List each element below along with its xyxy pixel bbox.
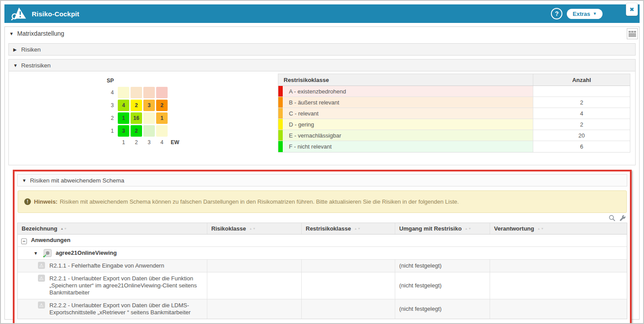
highlighted-section-red-border: ▼ Risiken mit abweichendem Schema ! Hinw… [13,170,632,324]
matrix-cell[interactable]: 2 [131,125,142,137]
risk-row[interactable]: ⚠ R2.2.1 - Unerlaubter Export von Daten … [18,272,627,299]
restrisikoklasse-value [301,299,395,319]
matrix-cell[interactable]: 2 [156,100,168,111]
table-row: A - existenzbedrohend [278,86,630,97]
collapse-minus-icon[interactable]: − [21,238,27,244]
section-header-abweichendes-schema[interactable]: ▼ Risiken mit abweichendem Schema [17,174,627,186]
section-header-matrixdarstellung[interactable]: ▼ Matrixdarstellung [5,27,625,40]
collapse-triangle-icon[interactable]: ▼ [34,251,38,256]
risk-cockpit-logo-icon [11,7,27,20]
risk-matrix: SP 4 3 4 2 3 2 [107,78,179,147]
matrix-cell [131,87,142,98]
class-color-bar [278,141,283,152]
class-color-bar [278,86,283,97]
class-label: B - äußerst relevant [283,97,533,108]
table-row: B - äußerst relevant 2 [278,97,630,108]
class-label: C - relevant [283,108,533,119]
restrisikoklasse-table: Restrisikoklasse Anzahl A - existenzbedr… [278,74,630,153]
matrix-cell [156,87,168,98]
table-row: F - nicht relevant 6 [278,141,630,152]
y-tick: 2 [107,115,114,121]
risikoklasse-value [207,299,301,319]
class-count: 2 [533,97,630,108]
class-color-bar [278,130,283,141]
matrix-cell[interactable]: 1 [118,112,129,124]
green-check-icon: ✔ [43,253,47,259]
table-row: E - vernachlässigbar 20 [278,130,630,141]
class-count: 20 [533,130,630,141]
matrix-row-sp3: 3 4 2 3 2 [107,100,179,111]
y-axis-label: SP [107,78,179,84]
column-header-umgang-mit-restrisiko[interactable]: Umgang mit Restrisiko ▲▼ [395,223,490,234]
close-button[interactable]: ✖ [626,3,638,16]
class-label: A - existenzbedrohend [283,86,533,97]
class-color-bar [278,97,283,108]
hint-text: Risiken mit abweichendem Schema können z… [60,198,459,205]
umgang-value: (nicht festgelegt) [395,299,490,319]
risk-warning-icon: ⚠ [38,275,45,282]
x-axis-label: EW [171,139,179,145]
wrench-icon[interactable] [619,215,626,221]
sort-icons: ▲▼ [465,227,472,230]
sort-icons: ▲▼ [354,227,361,230]
collapse-triangle-icon: ▼ [22,178,26,183]
matrix-layout-button[interactable] [627,28,638,39]
column-header-restrisikoklasse[interactable]: Restrisikoklasse ▲▼ [301,223,395,234]
verantwortung-value [490,272,627,299]
matrix-cell [156,125,168,137]
class-count [533,86,630,97]
table-header-row: Restrisikoklasse Anzahl [278,74,630,86]
class-label: D - gering [283,119,533,130]
matrix-cell[interactable]: 16 [131,112,142,124]
class-count: 6 [533,141,630,152]
matrix-cell[interactable]: 4 [118,100,129,111]
collapse-triangle-icon: ▼ [9,31,14,36]
restrisiken-section: ▼ Restrisiken SP 4 [8,59,636,165]
app-window: Risiko-Cockpit ? Extras ▼ ✖ ▼ Matrixdars… [0,0,644,324]
matrix-cell[interactable]: 1 [156,112,168,124]
risk-name: R2.2.1 - Unerlaubter Export von Daten üb… [49,275,202,296]
matrix-grid-icon [629,31,636,37]
matrix-cell[interactable]: 3 [143,100,155,111]
titlebar-actions: ? Extras ▼ [551,8,633,19]
column-header-bezeichnung[interactable]: Bezeichnung ▲▼ [18,223,207,234]
section-label: Risiken [21,46,41,53]
restrisikoklasse-value [301,260,395,272]
matrix-cell[interactable]: 3 [118,125,129,137]
x-tick: 3 [143,139,155,145]
restrisiken-content: SP 4 3 4 2 3 2 [8,71,636,165]
column-header-risikoklasse[interactable]: Risikoklasse ▲▼ [207,223,301,234]
x-tick: 2 [131,139,142,145]
risikoklasse-value [207,260,301,272]
subgroup-label: agree21OnlineViewing [56,250,116,256]
verantwortung-value [490,299,627,319]
class-label: E - vernachlässigbar [283,130,533,141]
table-header-row: Bezeichnung ▲▼ Risikoklasse ▲▼ Restrisik… [18,223,627,235]
x-tick: 4 [156,139,168,145]
matrix-cell [143,87,155,98]
section-header-risiken[interactable]: ▶ Risiken [8,43,636,56]
extras-button[interactable]: Extras ▼ [567,9,603,19]
help-button[interactable]: ? [551,8,562,19]
matrixdarstellung-body: ▶ Risiken ▼ Restrisiken SP 4 [5,40,639,324]
close-icon: ✖ [629,6,634,13]
column-header-verantwortung[interactable]: Verantwortung ▲▼ [490,223,627,234]
section-header-restrisiken[interactable]: ▼ Restrisiken [8,59,636,71]
class-count: 4 [533,108,630,119]
matrix-cell[interactable]: 2 [131,100,142,111]
risk-row[interactable]: ⚠ R2.1.1 - Fehlerhafte Eingabe von Anwen… [18,260,627,272]
subgroup-row-agree21onlineviewing[interactable]: ▼ ✔ agree21OnlineViewing [18,247,627,260]
restrisikoklasse-value [301,272,395,299]
group-row-anwendungen[interactable]: − Anwendungen [18,235,627,247]
expand-triangle-icon: ▶ [13,47,18,52]
search-icon[interactable] [609,215,615,221]
info-exclamation-icon: ! [24,198,31,205]
risk-row[interactable]: ⚠ R2.2.2 - Unerlaubter Export von Daten … [18,299,627,319]
application-icon: ✔ [44,249,52,257]
collapse-triangle-icon: ▼ [13,63,18,68]
table-toolbar [17,213,627,223]
section-label: Restrisiken [21,62,51,69]
titlebar: Risiko-Cockpit ? Extras ▼ ✖ [4,4,640,23]
extras-label: Extras [573,11,590,17]
risk-name: R2.1.1 - Fehlerhafte Eingabe von Anwende… [49,262,164,269]
